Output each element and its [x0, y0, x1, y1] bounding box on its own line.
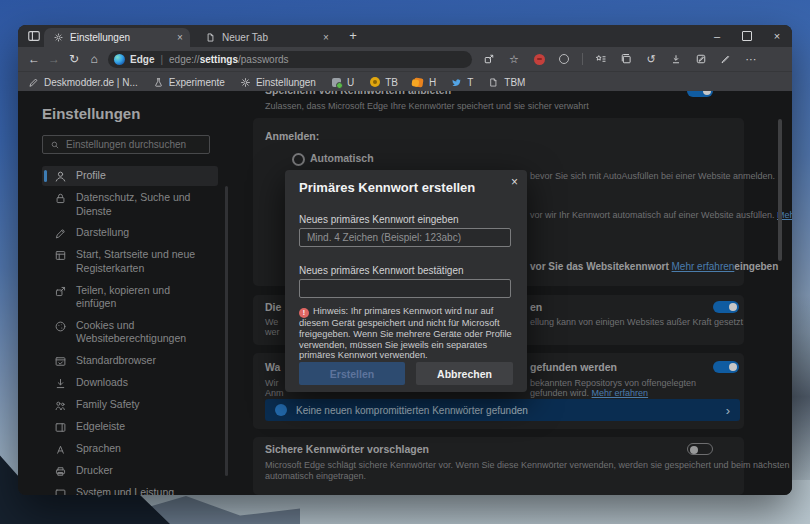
dialog-hint: !Hinweis: Ihr primäres Kennwort wird nur… — [299, 306, 513, 361]
sidebar-item-cookies-und-websiteberechtigungen[interactable]: Cookies und Websiteberechtigungen — [42, 316, 218, 349]
browser-window: Einstellungen × Neuer Tab × + – × ← → ↻ … — [18, 25, 792, 495]
forward-icon[interactable]: → — [44, 49, 64, 69]
notes-icon[interactable] — [692, 50, 710, 68]
sidebar-item-label: Darstellung — [76, 226, 212, 240]
maximize-button[interactable] — [732, 25, 762, 47]
bookmark-label: Deskmodder.de | N... — [44, 77, 138, 88]
history-icon[interactable]: ↺ — [642, 50, 660, 68]
radio-automatisch[interactable] — [292, 153, 305, 166]
show-password-title-right: en — [530, 301, 542, 313]
favorites-bar-icon[interactable] — [592, 50, 610, 68]
search-input[interactable]: Einstellungen durchsuchen — [42, 135, 210, 154]
tab-label: Neuer Tab — [222, 32, 318, 43]
content-scrollbar[interactable] — [778, 119, 782, 261]
confirm-password-label: Neues primäres Kennwort bestätigen — [299, 265, 464, 276]
info-circle-icon — [275, 404, 287, 416]
sidebar-item-family-safety[interactable]: Family Safety — [42, 395, 218, 415]
leak-warning-toggle[interactable] — [713, 361, 739, 373]
tab-einstellungen[interactable]: Einstellungen × — [44, 28, 190, 47]
sidebar-item-label: Start, Startseite und neue Registerkarte… — [76, 248, 212, 275]
bookmark-label: U — [347, 77, 354, 88]
sidebar-item-darstellung[interactable]: Darstellung — [42, 223, 218, 243]
extension-red-icon[interactable] — [530, 50, 548, 68]
sidebar-item-label: Datenschutz, Suche und Dienste — [76, 191, 212, 218]
sidebar-item-system-und-leistung[interactable]: System und Leistung — [42, 483, 218, 495]
tab-close-icon[interactable]: × — [318, 32, 334, 43]
save-passwords-toggle[interactable] — [687, 91, 713, 97]
bookmark-item[interactable]: Deskmodder.de | N... — [28, 77, 138, 88]
sidebar-item-profile[interactable]: Profile — [42, 166, 218, 186]
create-primary-password-dialog: × Primäres Kennwort erstellen Neues prim… — [285, 170, 527, 392]
new-password-input[interactable]: Mind. 4 Zeichen (Beispiel: 123abc) — [299, 228, 511, 247]
bookmark-item[interactable]: T — [451, 77, 473, 88]
collections-icon[interactable] — [617, 50, 635, 68]
title-bar[interactable]: Einstellungen × Neuer Tab × + – × — [18, 25, 792, 47]
url-path: /passwords — [238, 54, 289, 65]
sidebar-item-drucker[interactable]: Drucker — [42, 461, 218, 481]
sidebar-nav: ProfileDatenschutz, Suche und DiensteDar… — [42, 166, 232, 495]
back-icon[interactable]: ← — [24, 49, 44, 69]
sidebar-item-datenschutz-suche-und-dienste[interactable]: Datenschutz, Suche und Dienste — [42, 188, 218, 221]
sidebar-item-label: Drucker — [76, 464, 212, 478]
cancel-button[interactable]: Abbrechen — [416, 362, 513, 385]
downloads-icon[interactable] — [667, 50, 685, 68]
address-bar[interactable]: Edge | edge://settings/passwords — [108, 51, 472, 68]
bookmark-item[interactable]: Einstellungen — [240, 77, 316, 88]
radio3-description-fragment: vor Sie das Websitekennwort Mehr erfahre… — [530, 261, 778, 272]
bookmark-item[interactable]: Experimente — [153, 77, 225, 88]
sidebar-scrollbar[interactable] — [225, 186, 228, 476]
show-password-desc-left2: wer — [265, 327, 280, 337]
no-compromised-passwords-banner[interactable]: Keine neuen kompromittierten Kennwörter … — [265, 399, 740, 421]
minimize-button[interactable]: – — [702, 25, 732, 47]
window-controls: – × — [702, 25, 792, 47]
close-button[interactable]: × — [762, 25, 792, 47]
share-copy-icon — [54, 285, 67, 298]
sidebar-item-label: Teilen, kopieren und einfügen — [76, 284, 212, 311]
bookmark-item[interactable]: TB — [369, 77, 398, 88]
bookmark-item[interactable]: U — [331, 77, 354, 88]
show-password-toggle[interactable] — [713, 301, 739, 313]
leak-title-left: Wa — [265, 361, 280, 373]
confirm-password-input[interactable] — [299, 279, 511, 298]
sidebar-item-downloads[interactable]: Downloads — [42, 373, 218, 393]
more-icon[interactable]: ⋯ — [742, 50, 760, 68]
bookmark-item[interactable]: TBM — [488, 77, 525, 88]
page-icon — [488, 77, 499, 88]
dialog-close-icon[interactable]: × — [511, 175, 518, 189]
sidebar-item-label: Cookies und Websiteberechtigungen — [76, 319, 212, 346]
cookies-icon — [54, 320, 67, 333]
new-password-label: Neues primäres Kennwort eingeben — [299, 214, 459, 225]
mehr-erfahren-link[interactable]: Mehr erfahren — [592, 388, 649, 398]
bookmark-item[interactable]: H — [413, 77, 436, 88]
suggest-passwords-toggle[interactable] — [687, 443, 713, 455]
share-icon[interactable] — [480, 50, 498, 68]
tab-neuer-tab[interactable]: Neuer Tab × — [196, 28, 336, 47]
languages-icon — [54, 443, 67, 456]
home-icon[interactable]: ⌂ — [84, 49, 104, 69]
save-passwords-description: Zulassen, dass Microsoft Edge Ihre Kennw… — [265, 101, 589, 111]
radio1-description-fragment: bevor Sie sich mit AutoAusfüllen bei ein… — [530, 171, 775, 181]
page-green-dot-icon — [331, 77, 342, 88]
tab-close-icon[interactable]: × — [172, 32, 188, 43]
mehr-erfahren-link[interactable]: Mehr erfahren — [672, 261, 735, 272]
create-button[interactable]: Erstellen — [299, 362, 405, 385]
new-tab-button[interactable]: + — [344, 27, 362, 45]
sidebar-item-sprachen[interactable]: Sprachen — [42, 439, 218, 459]
sidebar-item-label: Family Safety — [76, 398, 212, 412]
suggest-desc1: Microsoft Edge schlägt sichere Kennwörte… — [265, 460, 792, 470]
tab-workspaces-icon[interactable] — [27, 29, 41, 43]
extension-swirl-icon[interactable] — [555, 50, 573, 68]
edge-logo-icon — [114, 54, 125, 65]
sidebar-item-start-startseite-und-neue-registerkarten[interactable]: Start, Startseite und neue Registerkarte… — [42, 245, 218, 278]
reload-icon[interactable]: ↻ — [64, 49, 84, 69]
person-icon — [54, 170, 67, 183]
sidebar-item-edgeleiste[interactable]: Edgeleiste — [42, 417, 218, 437]
family-icon — [54, 399, 67, 412]
sidebar-item-standardbrowser[interactable]: Standardbrowser — [42, 351, 218, 371]
pen-tool-icon[interactable] — [717, 50, 735, 68]
favorites-icon[interactable]: ☆ — [505, 50, 523, 68]
sidebar-item-label: Downloads — [76, 376, 212, 390]
sidebar-item-teilen-kopieren-und-einf-gen[interactable]: Teilen, kopieren und einfügen — [42, 281, 218, 314]
radio2-description-fragment: vor wir Ihr Kennwort automatisch auf ein… — [530, 210, 792, 220]
settings-sidebar: Einstellungen Einstellungen durchsuchen … — [18, 91, 232, 495]
